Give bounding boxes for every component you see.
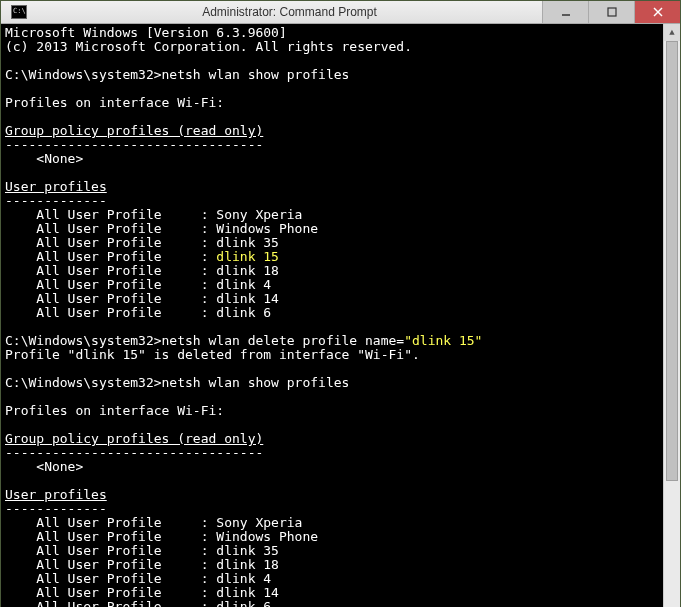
maximize-icon [607,7,617,17]
maximize-button[interactable] [588,1,634,23]
system-menu[interactable] [1,5,37,19]
close-button[interactable] [634,1,680,23]
scroll-up-arrow[interactable]: ▲ [664,24,680,41]
vertical-scrollbar[interactable]: ▲ ▼ [663,24,680,607]
scroll-thumb[interactable] [666,41,678,481]
console-area: Microsoft Windows [Version 6.3.9600] (c)… [1,24,680,607]
cmd-icon [11,5,27,19]
svg-rect-1 [608,8,616,16]
titlebar[interactable]: Administrator: Command Prompt [1,1,680,24]
window-controls [542,1,680,23]
scroll-track[interactable] [664,41,680,607]
window-title: Administrator: Command Prompt [37,5,542,19]
close-icon [653,7,663,17]
console-output[interactable]: Microsoft Windows [Version 6.3.9600] (c)… [1,24,663,607]
command-prompt-window: Administrator: Command Prompt Microsoft … [0,0,681,607]
minimize-button[interactable] [542,1,588,23]
minimize-icon [561,7,571,17]
